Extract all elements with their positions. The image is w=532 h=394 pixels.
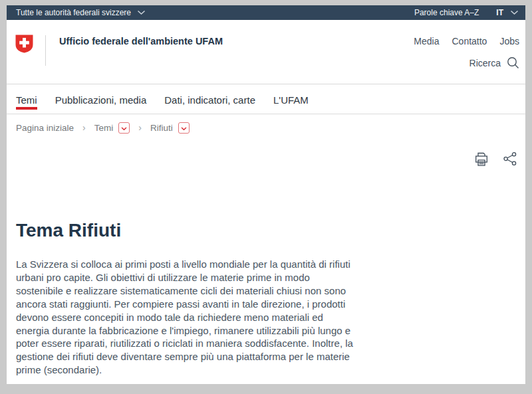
page-title: Tema Rifiuti — [16, 219, 525, 242]
lead-paragraph: La Svizzera si colloca ai primi posti a … — [16, 258, 354, 377]
language-dropdown[interactable]: IT — [496, 8, 519, 17]
breadcrumb-rifiuti-dropdown-toggle[interactable] — [178, 122, 190, 134]
main-nav: Temi Pubblicazioni, media Dati, indicato… — [7, 84, 525, 114]
header-link-contatto[interactable]: Contatto — [452, 36, 487, 47]
nav-tab-lufam[interactable]: L'UFAM — [273, 84, 309, 114]
language-label: IT — [496, 8, 503, 17]
breadcrumb-rifiuti[interactable]: Rifiuti — [150, 123, 173, 133]
breadcrumb-separator: › — [138, 122, 142, 133]
header-link-media[interactable]: Media — [414, 36, 439, 47]
org-title[interactable]: Ufficio federale dell'ambiente UFAM — [59, 36, 223, 47]
search-button[interactable]: Ricerca — [469, 56, 519, 69]
breadcrumb-home[interactable]: Pagina iniziale — [16, 123, 74, 133]
logo-divider — [45, 35, 46, 66]
topbar-right: Parole chiave A–Z IT — [414, 8, 519, 17]
search-label: Ricerca — [469, 58, 501, 68]
nav-tab-dati-indicatori-carte[interactable]: Dati, indicatori, carte — [164, 84, 255, 114]
header-link-jobs[interactable]: Jobs — [499, 36, 519, 47]
chevron-down-icon — [121, 123, 127, 133]
main-content: Tema Rifiuti La Svizzera si colloca ai p… — [7, 151, 525, 377]
keywords-az-link[interactable]: Parole chiave A–Z — [414, 8, 479, 17]
chevron-down-icon — [510, 10, 519, 15]
breadcrumb: Pagina iniziale › Temi › Rifiuti — [7, 114, 525, 141]
share-icon — [503, 151, 517, 170]
federal-authorities-label: Tutte le autorità federali svizzere — [16, 8, 131, 17]
search-icon — [507, 56, 519, 69]
chevron-down-icon — [137, 10, 146, 15]
federal-authorities-dropdown[interactable]: Tutte le autorità federali svizzere — [16, 8, 146, 17]
nav-tab-pubblicazioni-media[interactable]: Pubblicazioni, media — [55, 84, 147, 114]
print-button[interactable] — [474, 151, 489, 170]
printer-icon — [474, 151, 489, 170]
page-actions — [16, 151, 525, 170]
breadcrumb-temi-dropdown-toggle[interactable] — [118, 122, 130, 134]
federal-topbar: Tutte le autorità federali svizzere Paro… — [7, 5, 525, 20]
page-frame: Tutte le autorità federali svizzere Paro… — [7, 5, 525, 384]
share-button[interactable] — [503, 151, 517, 170]
chevron-down-icon — [181, 123, 187, 133]
site-header: Ufficio federale dell'ambiente UFAM Medi… — [7, 20, 525, 84]
swiss-coat-of-arms-logo[interactable] — [15, 35, 33, 56]
breadcrumb-temi[interactable]: Temi — [94, 123, 114, 133]
breadcrumb-separator: › — [82, 122, 86, 133]
header-links: Media Contatto Jobs — [401, 36, 519, 47]
nav-tab-temi[interactable]: Temi — [16, 84, 37, 114]
